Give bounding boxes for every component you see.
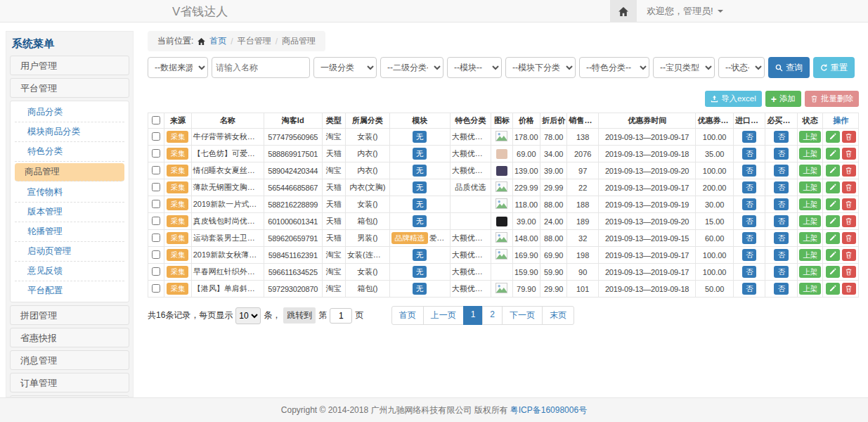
user-menu[interactable]: 欢迎您，管理员! bbox=[637, 0, 733, 23]
home-nav-button[interactable] bbox=[610, 0, 637, 23]
imported-toggle[interactable]: 否 bbox=[742, 215, 757, 227]
row-checkbox[interactable] bbox=[152, 166, 160, 174]
import-excel-button[interactable]: 导入excel bbox=[705, 91, 762, 107]
status-badge[interactable]: 上架 bbox=[799, 283, 821, 295]
delete-button[interactable] bbox=[842, 165, 856, 177]
row-checkbox[interactable] bbox=[152, 267, 160, 276]
filter-name-input[interactable] bbox=[212, 57, 310, 78]
filter-module-select[interactable]: --模块-- bbox=[447, 57, 502, 78]
pager-prev[interactable]: 上一页 bbox=[423, 306, 464, 325]
imported-toggle[interactable]: 否 bbox=[742, 283, 757, 295]
delete-button[interactable] bbox=[842, 232, 856, 244]
must-buy-toggle[interactable]: 否 bbox=[774, 131, 789, 143]
edit-button[interactable] bbox=[826, 266, 840, 278]
edit-button[interactable] bbox=[826, 215, 840, 227]
status-badge[interactable]: 上架 bbox=[799, 181, 821, 193]
filter-level1-category-select[interactable]: 一级分类 bbox=[313, 57, 377, 78]
sidebar-item-group-buy-management[interactable]: 拼团管理 bbox=[10, 305, 129, 325]
filter-item-type-select[interactable]: --宝贝类型-- bbox=[653, 57, 715, 78]
jump-page-input[interactable] bbox=[330, 308, 352, 324]
delete-button[interactable] bbox=[842, 181, 856, 193]
imported-toggle[interactable]: 否 bbox=[742, 148, 757, 160]
sidebar-subitem-promo-material[interactable]: 宣传物料 bbox=[15, 183, 124, 203]
row-checkbox[interactable] bbox=[152, 200, 160, 208]
sidebar-subitem-splash-page-management[interactable]: 启动页管理 bbox=[15, 242, 124, 262]
delete-button[interactable] bbox=[842, 148, 856, 160]
pager-next[interactable]: 下一页 bbox=[502, 306, 543, 325]
breadcrumb-home-link[interactable]: 首页 bbox=[209, 35, 226, 47]
delete-button[interactable] bbox=[842, 249, 856, 261]
jump-button[interactable]: 跳转到 bbox=[283, 307, 316, 324]
sidebar-item-saving-express[interactable]: 省惠快报 bbox=[10, 328, 129, 347]
edit-button[interactable] bbox=[826, 165, 840, 177]
delete-button[interactable] bbox=[842, 283, 856, 295]
imported-toggle[interactable]: 否 bbox=[742, 249, 757, 261]
sidebar-item-user-management[interactable]: 用户管理 bbox=[10, 56, 129, 75]
query-button[interactable]: 查询 bbox=[768, 57, 810, 78]
sidebar-item-message-management[interactable]: 消息管理 bbox=[10, 350, 129, 370]
sidebar-subitem-feedback[interactable]: 意见反馈 bbox=[15, 262, 124, 281]
status-badge[interactable]: 上架 bbox=[799, 266, 821, 278]
sidebar-item-platform-management[interactable]: 平台管理 bbox=[10, 78, 129, 98]
must-buy-toggle[interactable]: 否 bbox=[774, 181, 789, 193]
edit-button[interactable] bbox=[826, 232, 840, 244]
sidebar-subitem-goods-category[interactable]: 商品分类 bbox=[15, 103, 124, 122]
sidebar-subitem-module-goods-category[interactable]: 模块商品分类 bbox=[15, 122, 124, 142]
must-buy-toggle[interactable]: 否 bbox=[774, 215, 789, 227]
edit-button[interactable] bbox=[826, 131, 840, 143]
must-buy-toggle[interactable]: 否 bbox=[774, 198, 789, 210]
sidebar-subitem-version-management[interactable]: 版本管理 bbox=[15, 203, 124, 222]
sidebar-subitem-platform-config[interactable]: 平台配置 bbox=[15, 281, 124, 300]
status-badge[interactable]: 上架 bbox=[799, 232, 821, 244]
delete-button[interactable] bbox=[842, 215, 856, 227]
must-buy-toggle[interactable]: 否 bbox=[774, 232, 789, 244]
imported-toggle[interactable]: 否 bbox=[742, 165, 757, 177]
must-buy-toggle[interactable]: 否 bbox=[774, 165, 789, 177]
status-badge[interactable]: 上架 bbox=[799, 249, 821, 261]
row-checkbox[interactable] bbox=[152, 132, 160, 141]
edit-button[interactable] bbox=[826, 148, 840, 160]
row-checkbox[interactable] bbox=[152, 284, 160, 293]
sidebar-item-order-management[interactable]: 订单管理 bbox=[10, 373, 129, 392]
filter-level2-category-select[interactable]: --二级分类-- bbox=[380, 57, 443, 78]
filter-data-source-select[interactable]: --数据来源-- bbox=[148, 57, 208, 78]
status-badge[interactable]: 上架 bbox=[799, 215, 821, 227]
edit-button[interactable] bbox=[826, 181, 840, 193]
page-size-select[interactable]: 10 bbox=[235, 307, 261, 324]
pager-page-1[interactable]: 1 bbox=[463, 306, 484, 325]
sidebar-subitem-carousel-management[interactable]: 轮播管理 bbox=[15, 222, 124, 242]
delete-button[interactable] bbox=[842, 131, 856, 143]
status-badge[interactable]: 上架 bbox=[799, 148, 821, 160]
pager-page-2[interactable]: 2 bbox=[482, 306, 503, 325]
filter-status-select[interactable]: --状态-- bbox=[718, 57, 765, 78]
row-checkbox[interactable] bbox=[152, 183, 160, 191]
add-button[interactable]: + 添加 bbox=[765, 91, 801, 107]
filter-module-subcategory-select[interactable]: --模块下分类-- bbox=[505, 57, 576, 78]
pager-first[interactable]: 首页 bbox=[391, 306, 424, 325]
must-buy-toggle[interactable]: 否 bbox=[774, 283, 789, 295]
imported-toggle[interactable]: 否 bbox=[742, 131, 757, 143]
pager-last[interactable]: 末页 bbox=[542, 306, 574, 325]
row-checkbox[interactable] bbox=[152, 149, 160, 158]
sidebar-subitem-goods-management[interactable]: 商品管理 bbox=[15, 163, 124, 181]
row-checkbox[interactable] bbox=[152, 217, 160, 225]
edit-button[interactable] bbox=[826, 198, 840, 210]
imported-toggle[interactable]: 否 bbox=[742, 232, 757, 244]
row-checkbox[interactable] bbox=[152, 234, 160, 242]
delete-button[interactable] bbox=[842, 198, 856, 210]
imported-toggle[interactable]: 否 bbox=[742, 266, 757, 278]
must-buy-toggle[interactable]: 否 bbox=[774, 148, 789, 160]
status-badge[interactable]: 上架 bbox=[799, 131, 821, 143]
filter-feature-category-select[interactable]: --特色分类-- bbox=[579, 57, 649, 78]
status-badge[interactable]: 上架 bbox=[799, 198, 821, 210]
icp-link[interactable]: 粤ICP备16098006号 bbox=[510, 404, 587, 416]
reset-button[interactable]: 重置 bbox=[813, 57, 855, 78]
delete-button[interactable] bbox=[842, 266, 856, 278]
row-checkbox[interactable] bbox=[152, 250, 160, 259]
edit-button[interactable] bbox=[826, 283, 840, 295]
must-buy-toggle[interactable]: 否 bbox=[774, 266, 789, 278]
must-buy-toggle[interactable]: 否 bbox=[774, 249, 789, 261]
sidebar-subitem-feature-category[interactable]: 特色分类 bbox=[15, 142, 124, 162]
imported-toggle[interactable]: 否 bbox=[742, 198, 757, 210]
status-badge[interactable]: 上架 bbox=[799, 165, 821, 177]
